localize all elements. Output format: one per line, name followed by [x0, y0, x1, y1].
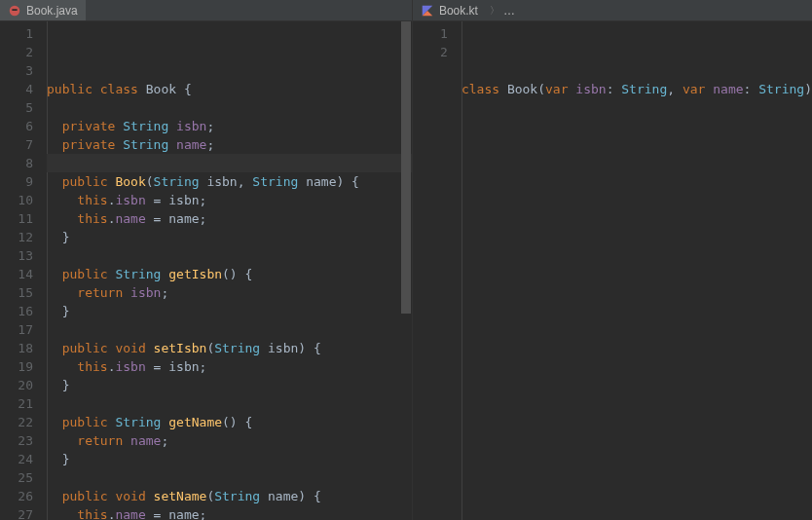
line-number: 2 [0, 43, 33, 61]
code-line[interactable]: public class Book { [47, 80, 412, 98]
line-number: 2 [413, 43, 448, 61]
code-line[interactable]: } [47, 376, 412, 394]
tab-book-kt[interactable]: Book.kt [413, 0, 486, 20]
left-tab-bar: Book.java [0, 0, 412, 21]
svg-rect-1 [12, 9, 17, 11]
right-tab-bar: Book.kt 〉 … [413, 0, 812, 21]
java-file-icon [8, 4, 21, 18]
line-number: 25 [0, 468, 33, 487]
code-line[interactable]: return name; [47, 431, 412, 450]
line-number: 1 [0, 24, 33, 43]
code-line[interactable]: private String isbn; [47, 117, 412, 135]
code-line[interactable]: public String getIsbn() { [47, 265, 412, 283]
line-number: 12 [0, 228, 33, 246]
code-line[interactable] [47, 320, 412, 339]
code-line[interactable] [47, 468, 412, 487]
line-number: 6 [0, 117, 33, 135]
right-gutter: 12 [413, 21, 461, 520]
code-line[interactable]: this.name = name; [47, 505, 412, 520]
right-editor-pane: Book.kt 〉 … 12 class Book(var isbn: Stri… [413, 0, 812, 520]
line-number: 11 [0, 209, 33, 228]
left-gutter: 1234567891011121314151617181920212223242… [0, 21, 47, 520]
right-editor[interactable]: 12 class Book(var isbn: String, var name… [413, 21, 812, 520]
line-number: 4 [0, 80, 33, 98]
line-number: 13 [0, 246, 33, 265]
code-line[interactable]: this.name = name; [47, 209, 412, 228]
code-line[interactable]: this.isbn = isbn; [47, 357, 412, 376]
code-line[interactable]: } [47, 450, 412, 468]
line-number: 8 [0, 154, 33, 172]
code-line[interactable]: public Book(String isbn, String name) { [47, 172, 412, 191]
code-line[interactable]: public String getName() { [47, 413, 412, 431]
tab-filename: Book.kt [439, 4, 478, 18]
tab-filename: Book.java [26, 4, 78, 18]
line-number: 1 [413, 24, 448, 43]
code-line[interactable]: this.isbn = isbn; [47, 191, 412, 209]
line-number: 23 [0, 431, 33, 450]
code-line[interactable]: return isbn; [47, 283, 412, 302]
line-number: 3 [0, 61, 33, 80]
line-number: 17 [0, 320, 33, 339]
line-number: 24 [0, 450, 33, 468]
code-line[interactable]: class Book(var isbn: String, var name: S… [461, 80, 812, 98]
code-line[interactable] [47, 394, 412, 413]
line-number: 18 [0, 339, 33, 357]
line-number: 16 [0, 302, 33, 320]
left-editor-pane: Book.java 123456789101112131415161718192… [0, 0, 412, 520]
breadcrumb-chevron-icon: 〉 [490, 4, 499, 18]
right-code-area[interactable]: class Book(var isbn: String, var name: S… [461, 21, 812, 520]
kotlin-file-icon [421, 4, 434, 18]
scroll-thumb[interactable] [401, 21, 411, 314]
left-code-area[interactable]: public class Book { private String isbn;… [47, 21, 412, 520]
line-number: 26 [0, 487, 33, 505]
line-number: 21 [0, 394, 33, 413]
code-line[interactable] [461, 98, 812, 117]
line-number: 7 [0, 135, 33, 154]
code-line[interactable] [47, 98, 412, 117]
tab-book-java[interactable]: Book.java [0, 0, 86, 20]
code-line[interactable]: } [47, 302, 412, 320]
left-editor[interactable]: 1234567891011121314151617181920212223242… [0, 21, 412, 520]
code-line[interactable]: public void setName(String name) { [47, 487, 412, 505]
code-line[interactable] [47, 246, 412, 265]
line-number: 14 [0, 265, 33, 283]
line-number: 10 [0, 191, 33, 209]
code-line[interactable]: } [47, 228, 412, 246]
line-number: 22 [0, 413, 33, 431]
code-line[interactable]: private String name; [47, 135, 412, 154]
line-number: 19 [0, 357, 33, 376]
line-number: 5 [0, 98, 33, 117]
line-number: 20 [0, 376, 33, 394]
code-line[interactable] [47, 154, 412, 172]
line-number: 27 [0, 505, 33, 520]
breadcrumb-more[interactable]: … [503, 4, 515, 18]
line-number: 15 [0, 283, 33, 302]
code-line[interactable]: public void setIsbn(String isbn) { [47, 339, 412, 357]
line-number: 9 [0, 172, 33, 191]
left-scrollbar[interactable] [400, 21, 412, 520]
